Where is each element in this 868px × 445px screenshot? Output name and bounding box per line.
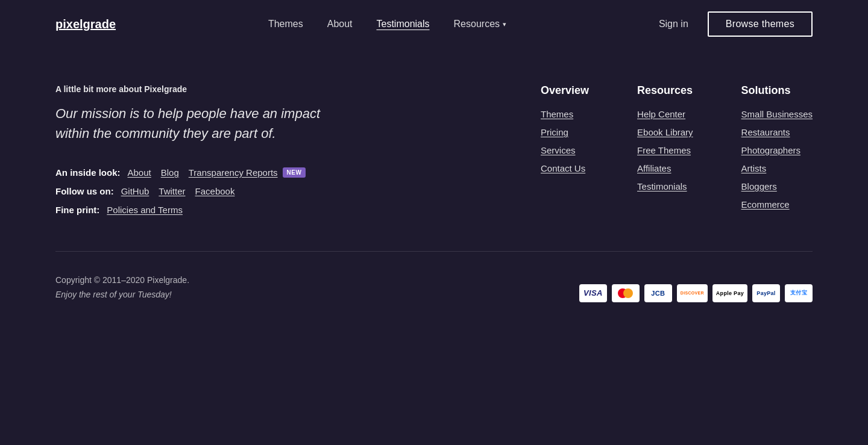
site-header: pixelgrade Themes About Testimonials Res… bbox=[0, 0, 868, 48]
col-heading-solutions: Solutions bbox=[741, 84, 813, 97]
restaurants-link[interactable]: Restaurants bbox=[741, 127, 790, 137]
payment-icons: VISA JCB DISCOVER Apple Pay bbox=[579, 284, 813, 302]
transparency-reports-link[interactable]: Transparency Reports bbox=[189, 167, 278, 178]
list-item: Small Businesses bbox=[741, 109, 813, 120]
footer-tagline: A little bit more about Pixelgrade bbox=[55, 84, 345, 94]
follow-label: Follow us on: bbox=[55, 186, 114, 196]
new-badge: NEW bbox=[283, 167, 306, 178]
artists-link[interactable]: Artists bbox=[741, 163, 767, 173]
col-heading-overview: Overview bbox=[541, 84, 589, 97]
resources-list: Help Center Ebook Library Free Themes Af… bbox=[637, 109, 693, 192]
list-item: Services bbox=[541, 145, 589, 156]
paypal-icon: PayPal bbox=[752, 284, 780, 302]
solutions-list: Small Businesses Restaurants Photographe… bbox=[741, 109, 813, 210]
nav-item-testimonials[interactable]: Testimonials bbox=[377, 19, 430, 30]
footer-top: A little bit more about Pixelgrade Our m… bbox=[55, 84, 813, 251]
header-actions: Sign in Browse themes bbox=[659, 11, 813, 37]
list-item: Help Center bbox=[637, 109, 693, 120]
blog-link[interactable]: Blog bbox=[161, 167, 179, 178]
services-link[interactable]: Services bbox=[541, 145, 576, 155]
sign-in-link[interactable]: Sign in bbox=[659, 19, 688, 30]
chevron-down-icon: ▾ bbox=[503, 20, 506, 28]
site-footer: A little bit more about Pixelgrade Our m… bbox=[0, 48, 868, 332]
nav-item-themes[interactable]: Themes bbox=[268, 19, 303, 30]
inside-look-label: An inside look: bbox=[55, 167, 121, 178]
col-heading-resources: Resources bbox=[637, 84, 693, 97]
policies-link[interactable]: Policies and Terms bbox=[107, 205, 183, 215]
list-item: Themes bbox=[541, 109, 589, 120]
list-item: Ebook Library bbox=[637, 127, 693, 138]
footer-left: A little bit more about Pixelgrade Our m… bbox=[55, 84, 345, 215]
fine-print-row: Fine print: Policies and Terms bbox=[55, 205, 345, 215]
facebook-link[interactable]: Facebook bbox=[195, 186, 235, 196]
footer-links-section: An inside look: About Blog Transparency … bbox=[55, 167, 345, 215]
nav-item-resources[interactable]: Resources ▾ bbox=[454, 19, 506, 30]
pricing-link[interactable]: Pricing bbox=[541, 127, 568, 137]
nav-item-about[interactable]: About bbox=[327, 19, 353, 30]
help-center-link[interactable]: Help Center bbox=[637, 109, 685, 119]
testimonials-link[interactable]: Testimonials bbox=[637, 181, 687, 191]
enjoy-text: Enjoy the rest of your Tuesday! bbox=[55, 288, 189, 302]
affiliates-link[interactable]: Affiliates bbox=[637, 163, 671, 173]
github-link[interactable]: GitHub bbox=[121, 186, 149, 196]
list-item: Ecommerce bbox=[741, 199, 813, 210]
list-item: Affiliates bbox=[637, 163, 693, 174]
contact-link[interactable]: Contact Us bbox=[541, 163, 585, 173]
list-item: Artists bbox=[741, 163, 813, 174]
footer-columns: Overview Themes Pricing Services Contact… bbox=[541, 84, 813, 215]
alipay-icon: 支付宝 bbox=[785, 284, 813, 302]
copyright-section: Copyright © 2011–2020 Pixelgrade. Enjoy … bbox=[55, 273, 189, 302]
list-item: Pricing bbox=[541, 127, 589, 138]
mastercard-icon bbox=[612, 284, 640, 302]
small-businesses-link[interactable]: Small Businesses bbox=[741, 109, 813, 119]
list-item: Contact Us bbox=[541, 163, 589, 174]
main-nav: Themes About Testimonials Resources ▾ bbox=[268, 19, 506, 30]
browse-themes-button[interactable]: Browse themes bbox=[708, 11, 813, 37]
list-item: Photographers bbox=[741, 145, 813, 156]
discover-icon: DISCOVER bbox=[677, 284, 708, 302]
applepay-icon: Apple Pay bbox=[712, 284, 747, 302]
logo[interactable]: pixelgrade bbox=[55, 17, 116, 31]
list-item: Bloggers bbox=[741, 181, 813, 192]
free-themes-link[interactable]: Free Themes bbox=[637, 145, 691, 155]
list-item: Testimonials bbox=[637, 181, 693, 192]
footer-bottom: Copyright © 2011–2020 Pixelgrade. Enjoy … bbox=[55, 251, 813, 302]
ebook-library-link[interactable]: Ebook Library bbox=[637, 127, 693, 137]
footer-col-resources: Resources Help Center Ebook Library Free… bbox=[637, 84, 693, 215]
footer-mission: Our mission is to help people have an im… bbox=[55, 104, 345, 143]
about-link[interactable]: About bbox=[128, 167, 151, 178]
fine-print-label: Fine print: bbox=[55, 205, 99, 215]
twitter-link[interactable]: Twitter bbox=[159, 186, 185, 196]
jcb-icon: JCB bbox=[644, 284, 672, 302]
visa-icon: VISA bbox=[579, 284, 607, 302]
list-item: Restaurants bbox=[741, 127, 813, 138]
inside-look-row: An inside look: About Blog Transparency … bbox=[55, 167, 345, 178]
overview-list: Themes Pricing Services Contact Us bbox=[541, 109, 589, 174]
photographers-link[interactable]: Photographers bbox=[741, 145, 800, 155]
footer-col-solutions: Solutions Small Businesses Restaurants P… bbox=[741, 84, 813, 215]
bloggers-link[interactable]: Bloggers bbox=[741, 181, 777, 191]
ecommerce-link[interactable]: Ecommerce bbox=[741, 199, 790, 210]
list-item: Free Themes bbox=[637, 145, 693, 156]
footer-col-overview: Overview Themes Pricing Services Contact… bbox=[541, 84, 589, 215]
follow-row: Follow us on: GitHub Twitter Facebook bbox=[55, 186, 345, 196]
themes-link[interactable]: Themes bbox=[541, 109, 573, 119]
copyright-text: Copyright © 2011–2020 Pixelgrade. bbox=[55, 273, 189, 288]
